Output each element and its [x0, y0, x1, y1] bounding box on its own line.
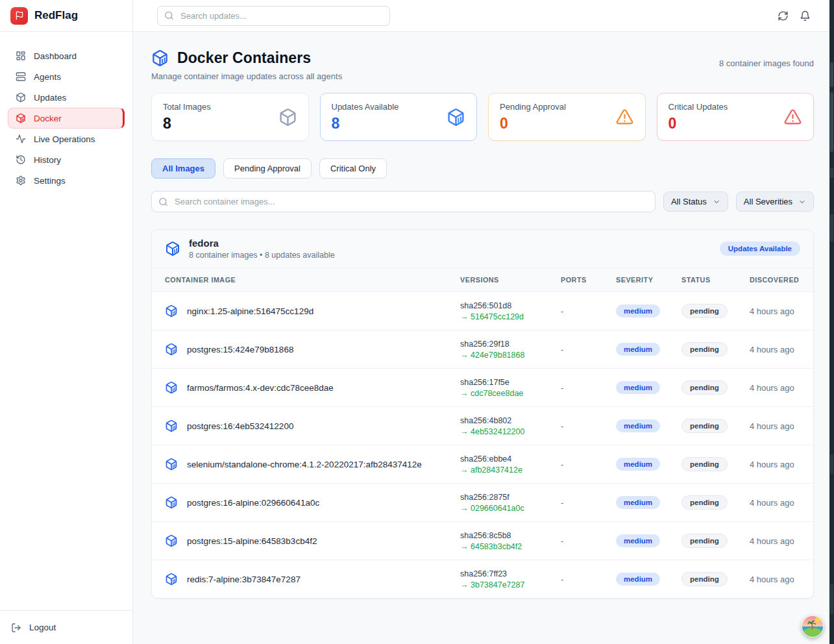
status-filter-select[interactable]: All Status — [663, 192, 728, 212]
window-scrollbar[interactable] — [829, 0, 834, 644]
col-container-image: CONTAINER IMAGE — [165, 276, 460, 284]
sidebar-item-label: Docker — [34, 114, 62, 123]
discovered-value: 4 hours ago — [750, 498, 800, 508]
tab-all-images[interactable]: All Images — [151, 158, 215, 179]
stat-value: 0 — [500, 115, 566, 132]
logout-icon — [11, 623, 21, 633]
container-cube-icon — [165, 573, 178, 586]
page-title: Docker Containers — [177, 49, 311, 67]
version-current: sha256:501d8 — [460, 301, 561, 310]
ports-value: - — [561, 306, 616, 316]
sidebar: RedFlag Dashboard Agents Updates Docker … — [0, 0, 133, 644]
version-update: → afb28437412e — [460, 465, 561, 475]
chevron-down-icon — [713, 198, 720, 206]
col-severity: SEVERITY — [616, 276, 681, 284]
refresh-icon[interactable] — [778, 10, 789, 21]
sidebar-item-agents[interactable]: Agents — [8, 66, 125, 87]
brand-name: RedFlag — [34, 9, 78, 22]
severity-filter-select[interactable]: All Severities — [736, 192, 814, 212]
container-search-input[interactable] — [151, 191, 656, 212]
table-body: nginx:1.25-alpine:516475cc129d sha256:50… — [152, 291, 813, 598]
global-search-input[interactable] — [157, 6, 390, 26]
table-row[interactable]: postgres:15-alpine:64583b3cb4f2 sha256:8… — [152, 521, 813, 560]
table-row[interactable]: postgres:15:424e79b81868 sha256:29f18 → … — [152, 330, 813, 368]
notifications-bell-icon[interactable] — [800, 10, 811, 21]
table-row[interactable]: redis:7-alpine:3b73847e7287 sha256:7ff23… — [152, 560, 813, 598]
sidebar-item-label: Dashboard — [34, 51, 77, 61]
stat-card-critical-updates: Critical Updates 0 — [657, 93, 815, 141]
updates-available-badge: Updates Available — [720, 242, 800, 256]
sidebar-item-live-operations[interactable]: Live Operations — [8, 129, 125, 149]
island-extension-button[interactable] — [802, 615, 824, 638]
version-current: sha256:8c5b8 — [460, 531, 561, 540]
alert-triangle-icon — [783, 108, 802, 127]
sidebar-item-icon — [16, 51, 26, 61]
tab-pending-approval[interactable]: Pending Approval — [223, 158, 312, 179]
search-icon — [158, 197, 168, 206]
severity-badge: medium — [616, 304, 660, 317]
version-current: sha256:4b802 — [460, 416, 561, 425]
version-update: → cdc78cee8dae — [460, 389, 561, 398]
group-meta: 8 container images • 8 updates available — [189, 251, 335, 260]
sidebar-item-icon — [16, 175, 26, 186]
discovered-value: 4 hours ago — [750, 460, 800, 469]
sidebar-item-icon — [16, 92, 26, 103]
logout-button[interactable]: Logout — [0, 610, 132, 644]
container-image-name: postgres:16:4eb532412200 — [187, 421, 293, 431]
stat-label: Pending Approval — [500, 102, 566, 112]
discovered-value: 4 hours ago — [750, 536, 800, 546]
container-cube-icon — [165, 419, 178, 432]
table-row[interactable]: farmos/farmos:4.x-dev:cdc78cee8dae sha25… — [152, 368, 813, 406]
brand: RedFlag — [0, 0, 132, 32]
status-badge: pending — [681, 572, 728, 586]
version-update: → 64583b3cb4f2 — [460, 542, 561, 551]
stat-label: Critical Updates — [668, 102, 728, 112]
version-update: → 424e79b81868 — [460, 351, 561, 360]
table-row[interactable]: selenium/standalone-chrome:4.1.2-2022021… — [152, 445, 813, 483]
group-header-fedora[interactable]: fedora 8 container images • 8 updates av… — [152, 230, 813, 267]
sidebar-item-docker[interactable]: Docker — [8, 108, 125, 129]
version-update: → 3b73847e7287 — [460, 580, 561, 589]
version-current: sha256:17f5e — [460, 378, 561, 387]
sidebar-item-dashboard[interactable]: Dashboard — [8, 45, 125, 66]
search-icon — [164, 11, 174, 21]
sidebar-nav: Dashboard Agents Updates Docker Live Ope… — [0, 32, 132, 191]
severity-badge: medium — [616, 534, 660, 547]
container-search — [151, 191, 656, 212]
sidebar-item-label: Agents — [34, 72, 61, 82]
container-image-name: postgres:16-alpine:029660641a0c — [187, 498, 319, 508]
stat-value: 8 — [332, 115, 399, 132]
sidebar-item-updates[interactable]: Updates — [8, 87, 125, 108]
topbar — [133, 0, 834, 32]
version-update: → 516475cc129d — [460, 312, 561, 321]
group-name: fedora — [189, 238, 335, 249]
sidebar-item-history[interactable]: History — [8, 149, 125, 170]
table-row[interactable]: postgres:16-alpine:029660641a0c sha256:2… — [152, 483, 813, 521]
sidebar-item-settings[interactable]: Settings — [8, 170, 125, 191]
table-row[interactable]: nginx:1.25-alpine:516475cc129d sha256:50… — [152, 291, 813, 330]
status-badge: pending — [681, 457, 728, 471]
stat-card-updates-available: Updates Available 8 — [320, 93, 478, 141]
status-filter-value: All Status — [671, 197, 707, 206]
status-badge: pending — [681, 304, 728, 318]
severity-badge: medium — [616, 458, 660, 471]
sidebar-item-icon — [16, 71, 26, 82]
sidebar-item-label: Live Operations — [34, 134, 95, 144]
images-found-count: 8 container images found — [719, 49, 814, 68]
col-status: STATUS — [681, 276, 750, 284]
col-discovered: DISCOVERED — [750, 276, 800, 284]
chevron-down-icon — [798, 198, 806, 206]
container-cube-icon — [165, 496, 178, 509]
stat-value: 0 — [668, 115, 728, 132]
sidebar-item-icon — [16, 155, 26, 165]
table-row[interactable]: postgres:16:4eb532412200 sha256:4b802 → … — [152, 406, 813, 445]
discovered-value: 4 hours ago — [750, 421, 800, 431]
sidebar-item-icon — [16, 134, 26, 144]
container-image-name: nginx:1.25-alpine:516475cc129d — [187, 306, 313, 316]
tab-critical-only[interactable]: Critical Only — [319, 158, 387, 179]
severity-badge: medium — [616, 573, 660, 586]
sidebar-item-label: Settings — [34, 176, 66, 186]
status-badge: pending — [681, 534, 728, 548]
discovered-value: 4 hours ago — [750, 345, 800, 354]
sidebar-item-label: Updates — [34, 93, 66, 103]
